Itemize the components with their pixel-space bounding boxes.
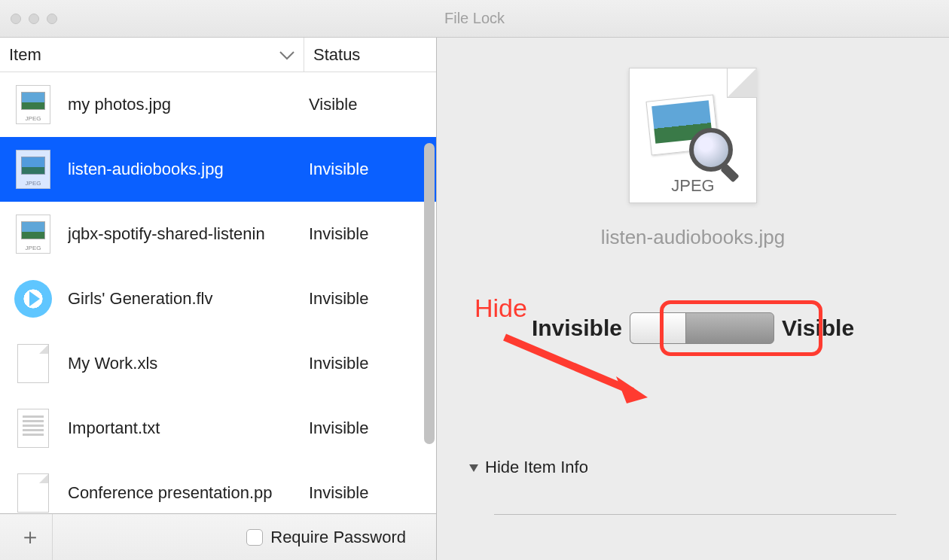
file-row[interactable]: JPEGmy photos.jpgVisible [0,72,436,137]
doc-icon [14,473,53,513]
file-name: Girls' Generation.flv [68,289,294,309]
hide-item-info-label: Hide Item Info [485,458,588,477]
annotation-hide-label: Hide [474,294,527,323]
column-headers: Item Status [0,38,436,72]
add-button[interactable]: ＋ [8,514,53,561]
triangle-down-icon [468,458,479,477]
titlebar: File Lock [0,0,949,38]
column-header-item-label: Item [9,45,41,65]
file-name: Important.txt [68,418,294,438]
file-status: Invisible [294,224,368,244]
app-window: File Lock Item Status [0,0,949,560]
jpeg-icon: JPEG [14,150,53,189]
file-status: Invisible [294,418,368,438]
plus-icon: ＋ [19,522,41,552]
file-row[interactable]: Important.txtInvisible [0,396,436,461]
file-row[interactable]: Girls' Generation.flvInvisible [0,266,436,331]
file-name: listen-audiobooks.jpg [68,160,294,179]
invisible-label: Invisible [532,315,622,341]
file-name: my photos.jpg [68,95,294,114]
video-icon [14,279,53,318]
file-preview-icon: JPEG [629,68,757,203]
close-window-button[interactable] [11,14,21,24]
column-header-item[interactable]: Item [0,38,304,72]
file-name: jqbx-spotify-shared-listenin [68,224,294,244]
detail-pane: JPEG listen-audiobooks.jpg Invisible Vis… [437,38,949,560]
bottom-bar: ＋ Require Password [0,513,436,560]
jpeg-icon: JPEG [14,85,53,124]
txt-icon [14,409,53,448]
column-header-status[interactable]: Status [304,38,436,72]
file-status: Visible [294,95,357,114]
loupe-icon [689,128,733,172]
chevron-down-icon [279,45,294,65]
require-password-checkbox[interactable]: Require Password [246,528,406,547]
window-title: File Lock [0,10,949,27]
require-password-label: Require Password [270,528,406,547]
file-type-label: JPEG [629,176,757,196]
file-row[interactable]: JPEGlisten-audiobooks.jpgInvisible [0,137,436,202]
detail-filename: listen-audiobooks.jpg [601,226,785,249]
visibility-toggle-area: Invisible Visible [532,312,854,344]
traffic-lights [11,14,57,24]
column-header-status-label: Status [313,45,360,65]
hide-item-info-disclosure[interactable]: Hide Item Info [468,458,588,477]
jpeg-icon: JPEG [14,215,53,254]
file-name: Conference presentation.pp [68,483,294,503]
scrollbar[interactable] [424,143,435,444]
file-row[interactable]: My Work.xlsInvisible [0,331,436,396]
window-body: Item Status JPEGmy photos.jpgVisibleJPEG… [0,38,949,560]
minimize-window-button[interactable] [29,14,39,24]
divider [494,514,896,515]
file-status: Invisible [294,483,368,503]
file-row[interactable]: JPEGjqbx-spotify-shared-listeninInvisibl… [0,202,436,266]
maximize-window-button[interactable] [47,14,57,24]
file-list-pane: Item Status JPEGmy photos.jpgVisibleJPEG… [0,38,437,560]
doc-icon [14,344,53,383]
file-rows: JPEGmy photos.jpgVisibleJPEGlisten-audio… [0,72,436,513]
file-status: Invisible [294,160,368,179]
annotation-highlight-box [660,300,822,356]
checkbox-icon [246,529,263,546]
file-row[interactable]: Conference presentation.ppInvisible [0,461,436,513]
file-status: Invisible [294,354,368,373]
file-name: My Work.xls [68,354,294,373]
file-status: Invisible [294,289,368,309]
